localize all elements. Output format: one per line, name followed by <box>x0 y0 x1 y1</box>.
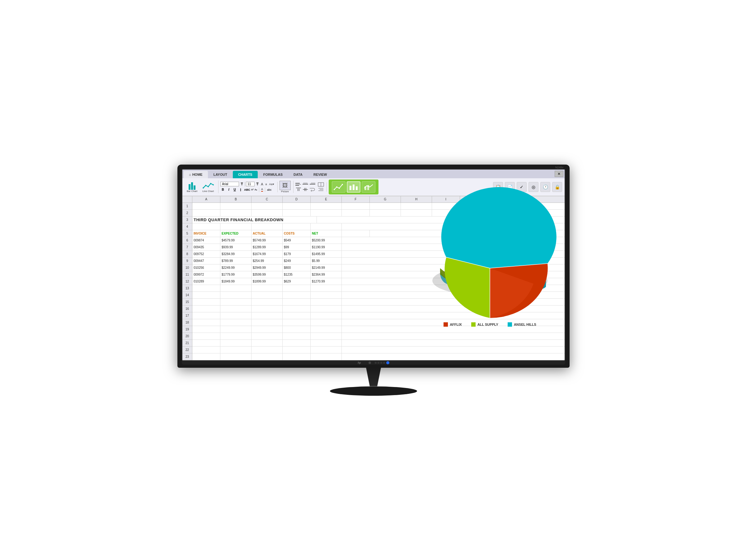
cell-2e[interactable] <box>311 210 342 216</box>
cell-1b[interactable] <box>221 203 252 210</box>
cell-2a[interactable] <box>192 210 221 216</box>
font-size-input[interactable]: 11 <box>246 182 255 186</box>
italic-button[interactable]: I <box>226 187 231 192</box>
cell-r11-actual[interactable]: $3599.99 <box>252 271 283 278</box>
cell-r9-actual[interactable]: $254.99 <box>252 258 283 264</box>
cell-2g[interactable] <box>370 210 401 216</box>
cell-r9-invoice[interactable]: 009447 <box>192 258 221 264</box>
cell-r8-actual[interactable]: $1674.99 <box>252 251 283 258</box>
cell-r12-invoice[interactable]: 010289 <box>192 278 221 285</box>
header-net[interactable]: NET <box>311 230 342 237</box>
target-icon[interactable]: ◎ <box>529 182 538 192</box>
cell-r7-net[interactable]: $1190.99 <box>311 244 342 251</box>
underline-button[interactable]: U <box>232 187 237 192</box>
close-button[interactable]: ✕ <box>555 171 563 177</box>
valign-mid-button[interactable] <box>302 187 308 192</box>
cell-20d[interactable] <box>283 333 311 340</box>
cell-13e[interactable] <box>311 285 342 292</box>
picture-button[interactable]: 🖼 Picture <box>280 181 291 193</box>
title-cell[interactable]: THIRD QUARTER FINANCIAL BREAKDOWN <box>192 216 317 223</box>
cell-r10-actual[interactable]: $2949.99 <box>252 264 283 271</box>
cell-19d[interactable] <box>283 326 311 333</box>
cell-2f[interactable] <box>342 210 370 216</box>
cell-r11-costs[interactable]: $1235 <box>283 271 311 278</box>
cell-15c[interactable] <box>252 299 283 305</box>
cell-21d[interactable] <box>283 340 311 347</box>
cell-19a[interactable] <box>192 326 221 333</box>
cell-18b[interactable] <box>221 319 252 326</box>
cell-15b[interactable] <box>221 299 252 305</box>
wrap-button[interactable] <box>309 187 315 192</box>
power-button[interactable] <box>368 362 371 364</box>
cell-23b[interactable] <box>221 353 252 360</box>
cell-16d[interactable] <box>283 305 311 312</box>
header-actual[interactable]: ACTUAL <box>252 230 283 237</box>
cell-21b[interactable] <box>221 340 252 347</box>
cell-19c[interactable] <box>252 326 283 333</box>
cell-20c[interactable] <box>252 333 283 340</box>
cell-15d[interactable] <box>283 299 311 305</box>
cell-16a[interactable] <box>192 305 221 312</box>
cell-23d[interactable] <box>283 353 311 360</box>
cell-15a[interactable] <box>192 299 221 305</box>
cell-r12-expected[interactable]: $1849.99 <box>221 278 252 285</box>
cell-14d[interactable] <box>283 292 311 299</box>
cell-21a[interactable] <box>192 340 221 347</box>
cell-1d[interactable] <box>283 203 311 210</box>
cell-r11-invoice[interactable]: 009972 <box>192 271 221 278</box>
cell-r12-costs[interactable]: $629 <box>283 278 311 285</box>
lock-icon[interactable]: 🔒 <box>552 182 562 192</box>
align-center-button[interactable] <box>302 182 308 187</box>
cell-r6-net[interactable]: $5200.99 <box>311 237 342 244</box>
cell-22a[interactable] <box>192 347 221 353</box>
cell-2b[interactable] <box>221 210 252 216</box>
cell-22c[interactable] <box>252 347 283 353</box>
cell-19b[interactable] <box>221 326 252 333</box>
cell-14b[interactable] <box>221 292 252 299</box>
strikethrough-button[interactable]: | <box>238 187 243 192</box>
cell-18a[interactable] <box>192 319 221 326</box>
cell-13a[interactable] <box>192 285 221 292</box>
indent-button[interactable] <box>318 187 324 192</box>
cell-18c[interactable] <box>252 319 283 326</box>
cell-17b[interactable] <box>221 312 252 319</box>
clock-icon[interactable]: 🕐 <box>540 182 550 192</box>
cell-r10-costs[interactable]: $800 <box>283 264 311 271</box>
cell-r7-costs[interactable]: $99 <box>283 244 311 251</box>
cell-r6-costs[interactable]: $549 <box>283 237 311 244</box>
header-invoice[interactable]: INVOICE <box>192 230 221 237</box>
cell-r6-actual[interactable]: $5749.99 <box>252 237 283 244</box>
tab-layout[interactable]: LAYOUT <box>208 171 232 178</box>
cell-1g[interactable] <box>370 203 401 210</box>
cell-17d[interactable] <box>283 312 311 319</box>
cell-r9-costs[interactable]: $249 <box>283 258 311 264</box>
cell-16c[interactable] <box>252 305 283 312</box>
cell-23e[interactable] <box>311 353 342 360</box>
cell-4e[interactable] <box>311 223 342 230</box>
cell-r7-invoice[interactable]: 009435 <box>192 244 221 251</box>
cell-5f[interactable] <box>342 230 370 237</box>
cell-r10-expected[interactable]: $2249.99 <box>221 264 252 271</box>
cell-r8-expected[interactable]: $3284.99 <box>221 251 252 258</box>
align-left-button[interactable] <box>295 182 302 187</box>
cell-r6-invoice[interactable]: 009874 <box>192 237 221 244</box>
cell-r8-invoice[interactable]: 009752 <box>192 251 221 258</box>
tab-home[interactable]: ⌂HOME <box>184 171 208 178</box>
cell-17c[interactable] <box>252 312 283 319</box>
cell-20b[interactable] <box>221 333 252 340</box>
chart-style-line-button[interactable] <box>332 181 345 193</box>
cell-2d[interactable] <box>283 210 311 216</box>
cell-22e[interactable] <box>311 347 342 353</box>
cell-r11-net[interactable]: $2364.99 <box>311 271 342 278</box>
cell-r8-net[interactable]: $1495.99 <box>311 251 342 258</box>
cell-r12-actual[interactable]: $1899.99 <box>252 278 283 285</box>
up-button[interactable] <box>380 362 382 364</box>
cell-17e[interactable] <box>311 312 342 319</box>
cell-22d[interactable] <box>283 347 311 353</box>
cell-18d[interactable] <box>283 319 311 326</box>
header-expected[interactable]: EXPECTED <box>221 230 252 237</box>
cell-1e[interactable] <box>311 203 342 210</box>
cell-4a[interactable] <box>192 223 221 230</box>
blue-button[interactable] <box>386 361 389 364</box>
tab-charts[interactable]: CHARTS <box>233 171 258 178</box>
